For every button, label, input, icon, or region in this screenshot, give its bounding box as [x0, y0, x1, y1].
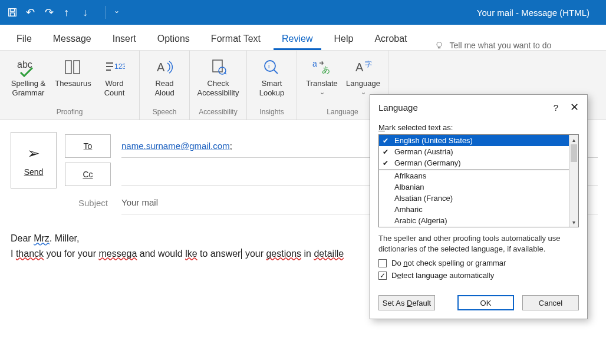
save-icon[interactable] — [7, 7, 18, 18]
svg-text:i: i — [268, 62, 269, 70]
svg-rect-2 — [10, 13, 14, 16]
svg-rect-9 — [213, 60, 222, 72]
send-label: Send — [24, 167, 44, 177]
proofing-check-icon: ✔ — [383, 137, 391, 145]
list-item[interactable]: Alsatian (France) — [379, 193, 569, 204]
svg-point-3 — [437, 42, 442, 47]
subject-label: Subject — [65, 198, 121, 208]
separator — [105, 6, 106, 19]
quick-access-toolbar: ↶ ↷ ↑ ↓ ⌄ — [7, 6, 124, 19]
title-bar: ↶ ↷ ↑ ↓ ⌄ Your mail - Message (HTML) — [0, 0, 606, 25]
read-aloud-icon: A — [154, 55, 174, 79]
svg-text:あ: あ — [322, 65, 330, 74]
scroll-up-icon[interactable]: ▴ — [569, 135, 578, 144]
set-as-default-button[interactable]: Set As Default — [378, 295, 435, 310]
move-up-icon[interactable]: ↑ — [64, 7, 74, 18]
svg-rect-6 — [74, 61, 80, 74]
to-button[interactable]: To — [65, 134, 111, 158]
tell-me-search[interactable]: Tell me what you want to do — [434, 41, 552, 50]
svg-text:abc: abc — [17, 59, 32, 70]
check-accessibility-button[interactable]: Check Accessibility — [197, 55, 239, 97]
tab-insert[interactable]: Insert — [104, 28, 144, 50]
tab-help[interactable]: Help — [326, 28, 362, 50]
smart-lookup-button[interactable]: i Smart Lookup — [254, 55, 289, 97]
tab-options[interactable]: Options — [149, 28, 198, 50]
thesaurus-icon — [63, 55, 83, 79]
move-down-icon[interactable]: ↓ — [83, 7, 93, 18]
list-item[interactable]: Albanian — [379, 181, 569, 193]
smart-lookup-icon: i — [262, 55, 282, 79]
ribbon-group-accessibility: Check Accessibility Accessibility — [190, 51, 247, 120]
checkbox-icon: ✓ — [378, 272, 387, 280]
dialog-info-text: The speller and other proofing tools aut… — [378, 233, 579, 254]
tab-acrobat[interactable]: Acrobat — [366, 28, 415, 50]
ribbon-group-insights: i Smart Lookup Insights — [247, 51, 297, 120]
tab-file[interactable]: File — [8, 28, 40, 50]
language-listbox[interactable]: ✔English (United States) ✔German (Austri… — [378, 134, 579, 227]
ribbon-group-label: Insights — [259, 105, 284, 120]
svg-text:a: a — [312, 59, 317, 68]
tell-me-placeholder: Tell me what you want to do — [450, 41, 552, 50]
language-dialog: Language ? ✕ Mark selected text as: ✔Eng… — [370, 94, 588, 319]
ok-button[interactable]: OK — [457, 295, 514, 310]
list-item[interactable]: ✔English (United States) — [379, 135, 569, 146]
tab-message[interactable]: Message — [45, 28, 100, 50]
list-item[interactable]: Afrikaans — [379, 170, 569, 181]
word-count-icon: 123 — [104, 55, 125, 79]
svg-text:字: 字 — [365, 60, 372, 68]
no-check-checkbox[interactable]: Do not check spelling or grammar — [378, 259, 579, 267]
ribbon-group-label: Language — [327, 105, 358, 120]
scroll-thumb[interactable] — [571, 144, 577, 162]
redo-icon[interactable]: ↷ — [45, 7, 55, 18]
thesaurus-button[interactable]: Thesaurus — [55, 55, 91, 97]
proofing-check-icon: ✔ — [383, 148, 391, 156]
ribbon-group-label: Speech — [153, 105, 177, 120]
lightbulb-icon — [434, 41, 444, 50]
proofing-check-icon: ✔ — [383, 159, 391, 167]
ribbon-group-label: Accessibility — [199, 105, 237, 120]
svg-text:A: A — [157, 61, 165, 74]
translate-icon: aあ — [311, 55, 332, 79]
qat-customize-icon[interactable]: ⌄ — [114, 7, 124, 18]
dialog-close-button[interactable]: ✕ — [570, 101, 579, 114]
dialog-title: Language — [378, 102, 418, 112]
cc-button[interactable]: Cc — [65, 163, 111, 186]
translate-button[interactable]: aあ Translate ⌄ — [304, 55, 340, 96]
accessibility-icon — [208, 55, 228, 79]
list-item[interactable]: ✔German (Austria) — [379, 146, 569, 157]
send-button[interactable]: ➢ Send — [11, 132, 57, 188]
svg-point-11 — [265, 61, 275, 71]
ribbon-group-speech: A Read Aloud Speech — [140, 51, 190, 120]
list-item[interactable]: Arabic (Algeria) — [379, 215, 569, 226]
list-item[interactable]: Amharic — [379, 204, 569, 215]
dialog-help-button[interactable]: ? — [554, 102, 558, 112]
svg-text:123: 123 — [114, 62, 125, 71]
list-item[interactable]: ✔German (Germany) — [379, 157, 569, 168]
ribbon-group-label: Proofing — [57, 105, 83, 120]
mark-selected-label: Mark selected text as: — [378, 123, 579, 132]
read-aloud-button[interactable]: A Read Aloud — [147, 55, 182, 97]
checkbox-icon — [378, 259, 387, 267]
svg-text:A: A — [355, 61, 364, 74]
scrollbar[interactable]: ▴ ▾ — [569, 135, 578, 227]
undo-icon[interactable]: ↶ — [26, 7, 37, 18]
svg-rect-1 — [10, 9, 14, 12]
cancel-button[interactable]: Cancel — [522, 295, 579, 310]
scroll-down-icon[interactable]: ▾ — [569, 217, 578, 227]
svg-rect-5 — [65, 61, 71, 74]
tab-review[interactable]: Review — [274, 28, 321, 50]
detect-language-checkbox[interactable]: ✓ Detect language automatically — [378, 271, 579, 280]
svg-rect-0 — [9, 9, 17, 16]
language-icon: A字 — [353, 55, 373, 79]
tab-format-text[interactable]: Format Text — [203, 28, 269, 50]
menu-bar: File Message Insert Options Format Text … — [0, 25, 606, 51]
send-icon: ➢ — [27, 144, 40, 163]
spelling-grammar-button[interactable]: abc Spelling & Grammar — [7, 55, 50, 97]
spelling-check-icon: abc — [17, 55, 39, 79]
language-button[interactable]: A字 Language ⌄ — [345, 55, 381, 96]
word-count-button[interactable]: 123 Word Count — [97, 55, 132, 97]
ribbon-group-proofing: abc Spelling & Grammar Thesaurus 123 Wor… — [0, 51, 140, 120]
